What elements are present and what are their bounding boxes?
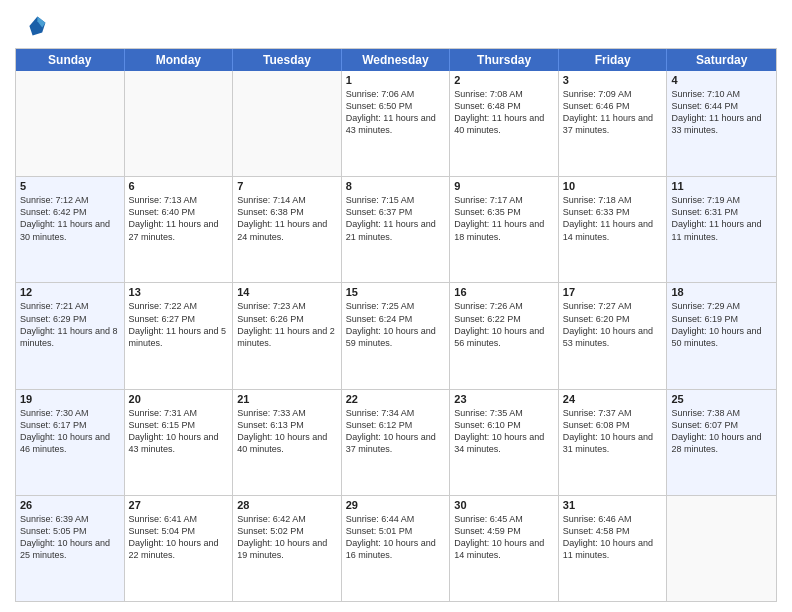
day-header-sunday: Sunday — [16, 49, 125, 71]
day-header-saturday: Saturday — [667, 49, 776, 71]
cell-info: Sunrise: 7:31 AM Sunset: 6:15 PM Dayligh… — [129, 407, 229, 456]
day-number: 27 — [129, 499, 229, 511]
day-number: 26 — [20, 499, 120, 511]
cell-info: Sunrise: 7:30 AM Sunset: 6:17 PM Dayligh… — [20, 407, 120, 456]
calendar-cell: 4Sunrise: 7:10 AM Sunset: 6:44 PM Daylig… — [667, 71, 776, 176]
page: SundayMondayTuesdayWednesdayThursdayFrid… — [0, 0, 792, 612]
day-number: 16 — [454, 286, 554, 298]
day-number: 10 — [563, 180, 663, 192]
cell-info: Sunrise: 7:23 AM Sunset: 6:26 PM Dayligh… — [237, 300, 337, 349]
calendar: SundayMondayTuesdayWednesdayThursdayFrid… — [15, 48, 777, 602]
cell-info: Sunrise: 6:39 AM Sunset: 5:05 PM Dayligh… — [20, 513, 120, 562]
week-row-5: 26Sunrise: 6:39 AM Sunset: 5:05 PM Dayli… — [16, 496, 776, 601]
calendar-cell: 31Sunrise: 6:46 AM Sunset: 4:58 PM Dayli… — [559, 496, 668, 601]
week-row-2: 5Sunrise: 7:12 AM Sunset: 6:42 PM Daylig… — [16, 177, 776, 283]
day-header-monday: Monday — [125, 49, 234, 71]
calendar-cell: 6Sunrise: 7:13 AM Sunset: 6:40 PM Daylig… — [125, 177, 234, 282]
cell-info: Sunrise: 7:18 AM Sunset: 6:33 PM Dayligh… — [563, 194, 663, 243]
cell-info: Sunrise: 6:42 AM Sunset: 5:02 PM Dayligh… — [237, 513, 337, 562]
calendar-cell — [16, 71, 125, 176]
header — [15, 10, 777, 42]
cell-info: Sunrise: 7:27 AM Sunset: 6:20 PM Dayligh… — [563, 300, 663, 349]
day-number: 23 — [454, 393, 554, 405]
calendar-cell: 26Sunrise: 6:39 AM Sunset: 5:05 PM Dayli… — [16, 496, 125, 601]
calendar-cell: 11Sunrise: 7:19 AM Sunset: 6:31 PM Dayli… — [667, 177, 776, 282]
cell-info: Sunrise: 7:15 AM Sunset: 6:37 PM Dayligh… — [346, 194, 446, 243]
calendar-cell: 29Sunrise: 6:44 AM Sunset: 5:01 PM Dayli… — [342, 496, 451, 601]
calendar-cell: 1Sunrise: 7:06 AM Sunset: 6:50 PM Daylig… — [342, 71, 451, 176]
cell-info: Sunrise: 7:26 AM Sunset: 6:22 PM Dayligh… — [454, 300, 554, 349]
calendar-cell: 25Sunrise: 7:38 AM Sunset: 6:07 PM Dayli… — [667, 390, 776, 495]
day-number: 31 — [563, 499, 663, 511]
day-number: 20 — [129, 393, 229, 405]
day-number: 30 — [454, 499, 554, 511]
day-number: 18 — [671, 286, 772, 298]
day-header-wednesday: Wednesday — [342, 49, 451, 71]
day-number: 15 — [346, 286, 446, 298]
day-number: 1 — [346, 74, 446, 86]
day-number: 13 — [129, 286, 229, 298]
cell-info: Sunrise: 7:22 AM Sunset: 6:27 PM Dayligh… — [129, 300, 229, 349]
day-number: 12 — [20, 286, 120, 298]
day-number: 6 — [129, 180, 229, 192]
calendar-cell: 13Sunrise: 7:22 AM Sunset: 6:27 PM Dayli… — [125, 283, 234, 388]
calendar-cell: 24Sunrise: 7:37 AM Sunset: 6:08 PM Dayli… — [559, 390, 668, 495]
day-number: 25 — [671, 393, 772, 405]
cell-info: Sunrise: 6:44 AM Sunset: 5:01 PM Dayligh… — [346, 513, 446, 562]
cell-info: Sunrise: 7:19 AM Sunset: 6:31 PM Dayligh… — [671, 194, 772, 243]
cell-info: Sunrise: 7:35 AM Sunset: 6:10 PM Dayligh… — [454, 407, 554, 456]
calendar-cell: 20Sunrise: 7:31 AM Sunset: 6:15 PM Dayli… — [125, 390, 234, 495]
calendar-cell: 19Sunrise: 7:30 AM Sunset: 6:17 PM Dayli… — [16, 390, 125, 495]
day-header-friday: Friday — [559, 49, 668, 71]
cell-info: Sunrise: 7:09 AM Sunset: 6:46 PM Dayligh… — [563, 88, 663, 137]
calendar-cell — [125, 71, 234, 176]
day-number: 17 — [563, 286, 663, 298]
logo — [15, 10, 51, 42]
calendar-body: 1Sunrise: 7:06 AM Sunset: 6:50 PM Daylig… — [16, 71, 776, 601]
calendar-cell — [233, 71, 342, 176]
cell-info: Sunrise: 7:13 AM Sunset: 6:40 PM Dayligh… — [129, 194, 229, 243]
day-header-tuesday: Tuesday — [233, 49, 342, 71]
calendar-cell: 28Sunrise: 6:42 AM Sunset: 5:02 PM Dayli… — [233, 496, 342, 601]
day-header-thursday: Thursday — [450, 49, 559, 71]
calendar-cell: 16Sunrise: 7:26 AM Sunset: 6:22 PM Dayli… — [450, 283, 559, 388]
cell-info: Sunrise: 6:45 AM Sunset: 4:59 PM Dayligh… — [454, 513, 554, 562]
calendar-cell: 10Sunrise: 7:18 AM Sunset: 6:33 PM Dayli… — [559, 177, 668, 282]
calendar-cell: 22Sunrise: 7:34 AM Sunset: 6:12 PM Dayli… — [342, 390, 451, 495]
day-number: 9 — [454, 180, 554, 192]
day-number: 4 — [671, 74, 772, 86]
logo-icon — [15, 10, 47, 42]
day-number: 14 — [237, 286, 337, 298]
calendar-cell: 2Sunrise: 7:08 AM Sunset: 6:48 PM Daylig… — [450, 71, 559, 176]
calendar-cell: 12Sunrise: 7:21 AM Sunset: 6:29 PM Dayli… — [16, 283, 125, 388]
day-number: 21 — [237, 393, 337, 405]
calendar-cell: 27Sunrise: 6:41 AM Sunset: 5:04 PM Dayli… — [125, 496, 234, 601]
day-number: 22 — [346, 393, 446, 405]
cell-info: Sunrise: 7:38 AM Sunset: 6:07 PM Dayligh… — [671, 407, 772, 456]
week-row-3: 12Sunrise: 7:21 AM Sunset: 6:29 PM Dayli… — [16, 283, 776, 389]
calendar-cell: 7Sunrise: 7:14 AM Sunset: 6:38 PM Daylig… — [233, 177, 342, 282]
cell-info: Sunrise: 7:34 AM Sunset: 6:12 PM Dayligh… — [346, 407, 446, 456]
calendar-cell: 30Sunrise: 6:45 AM Sunset: 4:59 PM Dayli… — [450, 496, 559, 601]
calendar-cell: 15Sunrise: 7:25 AM Sunset: 6:24 PM Dayli… — [342, 283, 451, 388]
calendar-cell: 17Sunrise: 7:27 AM Sunset: 6:20 PM Dayli… — [559, 283, 668, 388]
cell-info: Sunrise: 7:33 AM Sunset: 6:13 PM Dayligh… — [237, 407, 337, 456]
day-number: 19 — [20, 393, 120, 405]
cell-info: Sunrise: 7:25 AM Sunset: 6:24 PM Dayligh… — [346, 300, 446, 349]
week-row-1: 1Sunrise: 7:06 AM Sunset: 6:50 PM Daylig… — [16, 71, 776, 177]
week-row-4: 19Sunrise: 7:30 AM Sunset: 6:17 PM Dayli… — [16, 390, 776, 496]
calendar-cell: 9Sunrise: 7:17 AM Sunset: 6:35 PM Daylig… — [450, 177, 559, 282]
calendar-cell: 14Sunrise: 7:23 AM Sunset: 6:26 PM Dayli… — [233, 283, 342, 388]
calendar-cell: 5Sunrise: 7:12 AM Sunset: 6:42 PM Daylig… — [16, 177, 125, 282]
calendar-cell: 3Sunrise: 7:09 AM Sunset: 6:46 PM Daylig… — [559, 71, 668, 176]
cell-info: Sunrise: 6:41 AM Sunset: 5:04 PM Dayligh… — [129, 513, 229, 562]
day-number: 29 — [346, 499, 446, 511]
cell-info: Sunrise: 7:08 AM Sunset: 6:48 PM Dayligh… — [454, 88, 554, 137]
cell-info: Sunrise: 7:14 AM Sunset: 6:38 PM Dayligh… — [237, 194, 337, 243]
cell-info: Sunrise: 7:21 AM Sunset: 6:29 PM Dayligh… — [20, 300, 120, 349]
day-number: 8 — [346, 180, 446, 192]
calendar-cell: 8Sunrise: 7:15 AM Sunset: 6:37 PM Daylig… — [342, 177, 451, 282]
day-number: 11 — [671, 180, 772, 192]
cell-info: Sunrise: 7:12 AM Sunset: 6:42 PM Dayligh… — [20, 194, 120, 243]
cell-info: Sunrise: 7:06 AM Sunset: 6:50 PM Dayligh… — [346, 88, 446, 137]
